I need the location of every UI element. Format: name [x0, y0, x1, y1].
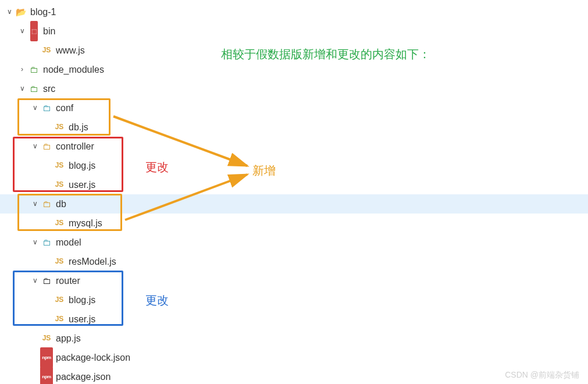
tree-row-root[interactable]: ∨ 📂 blog-1 — [0, 2, 588, 22]
tree-label: model — [56, 233, 81, 252]
tree-label: db.js — [69, 118, 88, 137]
tree-row-pkglock[interactable]: ∨ npm package-lock.json — [0, 348, 588, 367]
tree-label: src — [43, 79, 55, 98]
tree-row-controller[interactable]: ∨ 🗀 controller — [0, 137, 588, 156]
folder-icon: 📂 — [15, 2, 27, 22]
js-icon: JS — [54, 290, 65, 310]
js-icon: JS — [41, 41, 52, 60]
tree-row-db[interactable]: ∨ 🗀 db — [0, 194, 588, 214]
chevron-down-icon: ∨ — [30, 98, 40, 118]
annotation-title: 相较于假数据版新增和更改的内容如下： — [221, 47, 430, 62]
tree-row-ctrl-blog[interactable]: ∨ JS blog.js — [0, 156, 588, 175]
tree-row-mysql[interactable]: ∨ JS mysql.js — [0, 214, 588, 233]
chevron-down-icon: ∨ — [30, 233, 40, 252]
chevron-down-icon: ∨ — [30, 137, 40, 156]
tree-label: conf — [56, 98, 73, 118]
chevron-down-icon: ∨ — [17, 22, 27, 41]
tree-label: blog.js — [69, 290, 95, 310]
js-icon: JS — [54, 252, 65, 271]
tree-label: user.js — [69, 175, 95, 194]
tree-label: user.js — [69, 310, 95, 329]
tree-label: node_modules — [43, 60, 104, 79]
tree-row-router[interactable]: ∨ 🗀 router — [0, 271, 588, 290]
chevron-down-icon: ∨ — [30, 194, 40, 214]
tree-label: blog-1 — [30, 2, 56, 22]
tree-row-bin[interactable]: ∨ ⬚ bin — [0, 22, 588, 41]
annotation-change-red: 更改 — [145, 159, 169, 175]
tree-label: package.json — [56, 367, 111, 384]
tree-label: www.js — [56, 41, 85, 60]
tree-row-router-user[interactable]: ∨ JS user.js — [0, 310, 588, 329]
folder-conf-icon: 🗀 — [41, 98, 52, 118]
chevron-right-icon: › — [17, 60, 27, 79]
npm-icon: npm — [41, 367, 52, 384]
folder-node-icon: 🗀 — [28, 60, 40, 79]
tree-label: blog.js — [69, 156, 95, 175]
tree-label: resModel.js — [69, 252, 116, 271]
folder-model-icon: 🗀 — [41, 233, 52, 252]
chevron-down-icon: ∨ — [17, 79, 27, 98]
tree-label: router — [56, 271, 80, 290]
js-icon: JS — [41, 329, 52, 348]
annotation-change-blue: 更改 — [145, 293, 169, 308]
js-icon: JS — [54, 214, 65, 233]
annotation-new: 新增 — [252, 163, 276, 179]
folder-controller-icon: 🗀 — [41, 137, 52, 156]
tree-row-model[interactable]: ∨ 🗀 model — [0, 233, 588, 252]
js-icon: JS — [54, 310, 65, 329]
tree-row-resmodel[interactable]: ∨ JS resModel.js — [0, 252, 588, 271]
folder-bin-icon: ⬚ — [28, 21, 40, 41]
tree-row-dbjs[interactable]: ∨ JS db.js — [0, 118, 588, 137]
tree-row-conf[interactable]: ∨ 🗀 conf — [0, 98, 588, 118]
folder-db-icon: 🗀 — [41, 194, 52, 214]
tree-label: bin — [43, 22, 55, 41]
tree-label: app.js — [56, 329, 81, 348]
tree-row-pkg[interactable]: ∨ npm package.json — [0, 367, 588, 384]
tree-row-router-blog[interactable]: ∨ JS blog.js — [0, 290, 588, 310]
js-icon: JS — [54, 175, 65, 194]
tree-row-app[interactable]: ∨ JS app.js — [0, 329, 588, 348]
tree-row-node-modules[interactable]: › 🗀 node_modules — [0, 60, 588, 79]
folder-src-icon: 🗀 — [28, 79, 40, 98]
js-icon: JS — [54, 118, 65, 137]
tree-label: controller — [56, 137, 94, 156]
watermark: CSDN @前端杂货铺 — [505, 370, 579, 381]
npm-icon: npm — [41, 347, 52, 368]
tree-row-src[interactable]: ∨ 🗀 src — [0, 79, 588, 98]
chevron-down-icon: ∨ — [30, 271, 40, 290]
folder-router-icon: 🗀 — [41, 271, 52, 290]
tree-label: package-lock.json — [56, 348, 130, 367]
tree-row-ctrl-user[interactable]: ∨ JS user.js — [0, 175, 588, 194]
js-icon: JS — [54, 156, 65, 175]
tree-label: db — [56, 194, 66, 214]
chevron-down-icon: ∨ — [5, 2, 14, 22]
tree-label: mysql.js — [69, 214, 102, 233]
